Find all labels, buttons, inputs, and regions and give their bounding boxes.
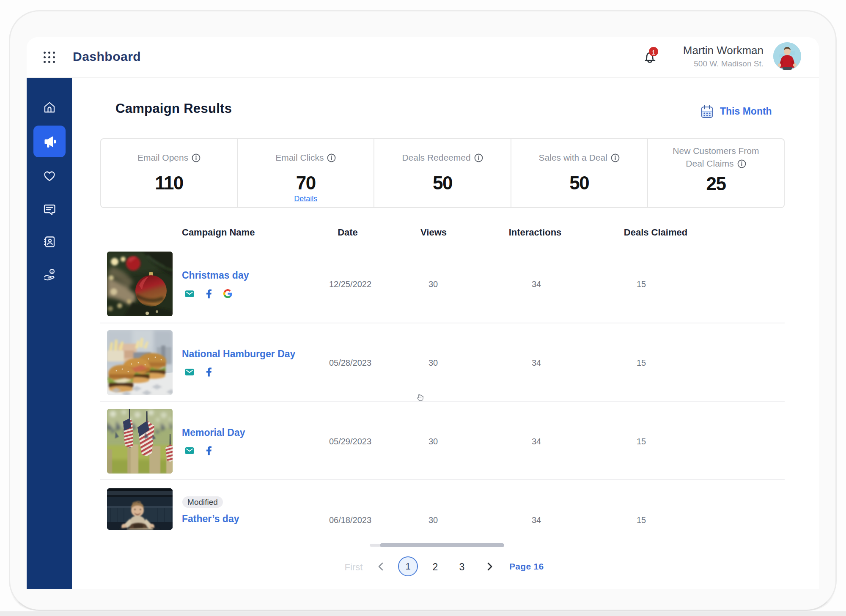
svg-text:1: 1 [652, 49, 655, 56]
